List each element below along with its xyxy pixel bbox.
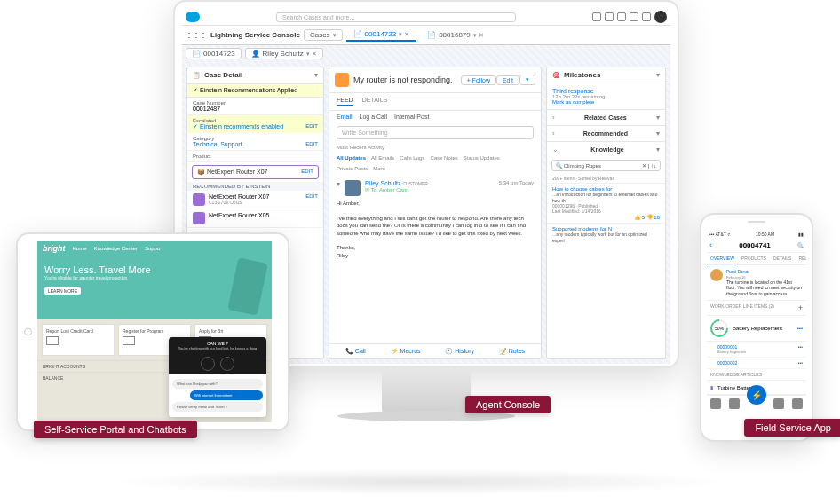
- chat-option-icon[interactable]: [220, 357, 234, 371]
- hero-title: Worry Less. Travel More: [44, 264, 265, 275]
- expand-icon[interactable]: ▾: [337, 180, 340, 188]
- filter-notes[interactable]: Case Notes: [430, 155, 457, 161]
- tab-details[interactable]: DETAILS: [770, 253, 795, 264]
- caption-portal: Self-Service Portal and Chatbots: [34, 421, 197, 438]
- recommended-section[interactable]: ›Recommended▾: [547, 125, 665, 141]
- milestones-title: Milestones: [564, 71, 600, 79]
- sub-item-2[interactable]: 00000002•••: [707, 358, 806, 369]
- header-utility-icons: [592, 11, 667, 23]
- app-launcher-icon[interactable]: ⋮⋮⋮: [186, 31, 207, 39]
- tab-details[interactable]: DETAILS: [362, 97, 388, 106]
- sort-label[interactable]: Most Recent Activity: [329, 143, 541, 152]
- action-card-1[interactable]: Report Lost Credit Card: [42, 324, 115, 356]
- progress-ring: 50%: [707, 316, 732, 341]
- case-number-value: 00012487: [193, 106, 318, 112]
- compose-input[interactable]: Write Something: [337, 126, 534, 139]
- user-avatar[interactable]: [654, 11, 667, 23]
- filter-all[interactable]: All Updates: [337, 155, 366, 161]
- tablet-device: bright Home Knowledge Center Suppo Worry…: [16, 232, 289, 431]
- object-switcher[interactable]: Cases▾: [304, 29, 343, 41]
- tab-related[interactable]: RELATED: [795, 253, 806, 264]
- filter-calls[interactable]: Calls Logs: [400, 155, 424, 161]
- util-history[interactable]: 🕐 History: [445, 348, 474, 355]
- edit-button[interactable]: Edit: [496, 75, 519, 85]
- category-edit[interactable]: EDIT: [305, 141, 318, 147]
- add-icon[interactable]: [605, 12, 614, 21]
- knowledge-meta: 200+ Items · Sorted by Relevan: [547, 174, 665, 183]
- sidebar-panel: 🎯Milestones▾ Third response 12h 2m 22s r…: [546, 67, 666, 359]
- category-value[interactable]: Technical Support: [193, 141, 242, 147]
- line-item-1[interactable]: 50% Battery Replacement •••: [707, 316, 806, 342]
- escalated-edit[interactable]: EDIT: [305, 123, 318, 130]
- subtab-case[interactable]: 📄 00014723: [186, 48, 242, 59]
- rec-item-2[interactable]: NetExpert Router X05: [187, 209, 323, 228]
- product-selected[interactable]: 📦 NetExpert Router X07EDIT: [192, 165, 319, 179]
- post-author[interactable]: Riley Schultz: [365, 180, 400, 186]
- help-icon[interactable]: [617, 12, 626, 21]
- filter-private[interactable]: Private Posts: [337, 166, 368, 171]
- caption-console: Agent Console: [465, 396, 551, 413]
- filter-status[interactable]: Status Updates: [464, 155, 500, 161]
- nav-home[interactable]: Home: [73, 246, 87, 251]
- utility-bar: 📞 Call ⚡ Macros 🕐 History 📝 Notes: [329, 343, 541, 358]
- hero-cta-button[interactable]: LEARN MORE: [44, 287, 81, 295]
- filter-more[interactable]: More: [373, 166, 385, 171]
- util-notes[interactable]: 📝 Notes: [499, 348, 525, 355]
- subtab-contact[interactable]: 👤 Riley Schultz ▾ ✕: [245, 48, 323, 59]
- more-actions-button[interactable]: ▾: [519, 75, 535, 85]
- post-timestamp: 5:34 pm Today: [499, 180, 534, 185]
- follow-button[interactable]: + Follow: [461, 75, 496, 85]
- post-avatar: [345, 180, 361, 196]
- rec-item-1[interactable]: NetExpert Router X07C13-270V.CUUSEDIT: [187, 191, 323, 209]
- card-icon: [46, 336, 59, 345]
- compose-tab-log[interactable]: Log a Call: [360, 114, 388, 120]
- sub-item-1[interactable]: 00000001Battery Inspection•••: [707, 342, 806, 358]
- compose-tab-email[interactable]: Email: [337, 114, 353, 120]
- case-feed-panel: My router is not responding. + Follow Ed…: [329, 67, 542, 359]
- tablet-home-button[interactable]: [24, 328, 32, 336]
- knowledge-header: KNOWLEDGE ARTICLES: [707, 369, 806, 381]
- filter-emails[interactable]: All Emails: [371, 155, 394, 161]
- setup-icon[interactable]: [630, 12, 638, 21]
- tab-feed[interactable]: FEED: [337, 97, 353, 106]
- favorites-icon[interactable]: [592, 12, 601, 21]
- portal-logo[interactable]: bright: [43, 244, 66, 253]
- einstein-rec-header: RECOMMENDED BY EINSTEIN: [187, 182, 323, 191]
- global-search-input[interactable]: Search Cases and more...: [276, 12, 516, 22]
- knowledge-item-2[interactable]: Supported modems for N ...any modem typi…: [547, 223, 665, 246]
- milestone-complete-link[interactable]: Mark as complete: [552, 99, 660, 105]
- bot-message: Please verify Serial and Ticket #: [172, 402, 263, 412]
- knowledge-search[interactable]: 🔍 Climbing Ropes✕ | ↑↓: [551, 160, 661, 171]
- collapse-icon[interactable]: ▾: [314, 71, 318, 79]
- workspace-tab-2[interactable]: 📄 00016879 ▾ ✕: [420, 29, 491, 41]
- subtab-bar: 📄 00014723 👤 Riley Schultz ▾ ✕: [182, 45, 670, 62]
- nav-icon[interactable]: [773, 398, 784, 409]
- related-cases-section[interactable]: ›Related Cases▾: [547, 109, 665, 125]
- case-subject-icon: [335, 73, 349, 87]
- compose-tab-internal[interactable]: Internal Post: [394, 114, 429, 120]
- nav-knowledge[interactable]: Knowledge Center: [94, 246, 138, 251]
- action-fab[interactable]: ⚡: [747, 385, 766, 405]
- hero-subtitle: You're eligible for premier travel prote…: [44, 275, 265, 280]
- collapse-icon[interactable]: ▾: [656, 71, 660, 79]
- notifications-icon[interactable]: [642, 12, 651, 21]
- user-message: Wifi Internet Intermittent: [190, 390, 263, 400]
- nav-icon[interactable]: [792, 398, 803, 409]
- feed-filters: All Updates All Emails Calls Logs Case N…: [329, 152, 541, 175]
- tab-products[interactable]: PRODUCTS: [738, 253, 770, 264]
- util-call[interactable]: 📞 Call: [345, 348, 366, 355]
- tab-overview[interactable]: OVERVIEW: [707, 253, 738, 264]
- knowledge-item-1[interactable]: How to choose cables for ...an introduct…: [547, 183, 665, 223]
- search-icon[interactable]: 🔍: [797, 242, 804, 248]
- nav-icon[interactable]: [710, 398, 721, 409]
- add-line-item[interactable]: +: [798, 303, 803, 312]
- nav-support[interactable]: Suppo: [145, 246, 160, 251]
- caption-field: Field Service App: [744, 419, 840, 437]
- workspace-tab-1[interactable]: 📄 00014723 ▾ ✕: [346, 28, 417, 42]
- knowledge-section[interactable]: ⌄Knowledge▾: [547, 141, 665, 157]
- chat-option-icon[interactable]: [201, 357, 215, 371]
- item-actions[interactable]: •••: [797, 326, 803, 331]
- nav-icon[interactable]: [729, 398, 740, 409]
- phone-device: ••• AT&T ᯤ10:50 AM▮▮ ‹00004741🔍 OVERVIEW…: [700, 213, 813, 442]
- util-macros[interactable]: ⚡ Macros: [391, 348, 421, 355]
